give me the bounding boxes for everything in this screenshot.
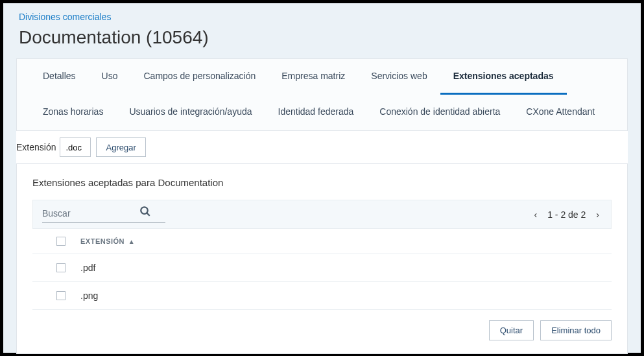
add-button[interactable]: Agregar <box>96 137 145 157</box>
page-title: Documentation (10564) <box>19 27 625 48</box>
svg-line-1 <box>147 213 150 216</box>
tab-uso[interactable]: Uso <box>89 59 131 95</box>
pagination-next-icon[interactable]: › <box>593 209 602 220</box>
panel-title: Extensiones aceptadas para Documentation <box>32 177 612 188</box>
pagination: ‹ 1 - 2 de 2 › <box>532 209 602 220</box>
table-header-row: EXTENSIÓN ▲ <box>32 229 612 254</box>
tab-identidad-federada[interactable]: Identidad federada <box>265 95 367 130</box>
row-extension-value: .png <box>80 291 98 301</box>
search-input[interactable] <box>42 208 139 219</box>
tab-servicios-web[interactable]: Servicios web <box>358 59 440 95</box>
search-icon[interactable] <box>139 206 151 220</box>
tab-conexion-identidad-abierta[interactable]: Conexión de identidad abierta <box>366 95 513 130</box>
extension-input[interactable] <box>60 137 91 157</box>
tab-detalles[interactable]: Detalles <box>30 59 89 95</box>
tabs-container: Detalles Uso Campos de personalización E… <box>16 58 628 131</box>
tab-extensiones-aceptadas[interactable]: Extensiones aceptadas <box>440 59 567 95</box>
tab-zonas-horarias[interactable]: Zonas horarias <box>30 95 116 130</box>
content-panel: Extensiones aceptadas para Documentation… <box>16 164 628 354</box>
select-all-checkbox[interactable] <box>56 237 66 246</box>
footer-actions: Quitar Eliminar todo <box>32 320 612 340</box>
row-checkbox[interactable] <box>56 291 66 300</box>
tab-empresa-matriz[interactable]: Empresa matriz <box>268 59 358 95</box>
extension-label: Extensión <box>16 142 56 152</box>
tab-cxone-attendant[interactable]: CXone Attendant <box>513 95 608 130</box>
tab-campos-personalizacion[interactable]: Campos de personalización <box>131 59 269 95</box>
column-header-label: EXTENSIÓN <box>80 237 125 245</box>
column-header-extension[interactable]: EXTENSIÓN ▲ <box>80 237 135 245</box>
pagination-text: 1 - 2 de 2 <box>547 209 586 220</box>
row-extension-value: .pdf <box>80 263 95 273</box>
table-row: .pdf <box>32 254 612 282</box>
sort-asc-icon: ▲ <box>128 238 135 245</box>
table-row: .png <box>32 282 612 310</box>
breadcrumb-link[interactable]: Divisiones comerciales <box>19 12 111 22</box>
table-toolbar: ‹ 1 - 2 de 2 › <box>32 200 612 229</box>
pagination-prev-icon[interactable]: ‹ <box>532 209 540 220</box>
tab-usuarios-integracion[interactable]: Usuarios de integración/ayuda <box>116 95 265 130</box>
svg-point-0 <box>141 207 148 214</box>
remove-all-button[interactable]: Eliminar todo <box>540 320 612 340</box>
extension-add-row: Extensión Agregar <box>16 131 628 164</box>
remove-button[interactable]: Quitar <box>489 320 534 340</box>
search-wrap <box>42 206 165 223</box>
row-checkbox[interactable] <box>56 263 66 272</box>
